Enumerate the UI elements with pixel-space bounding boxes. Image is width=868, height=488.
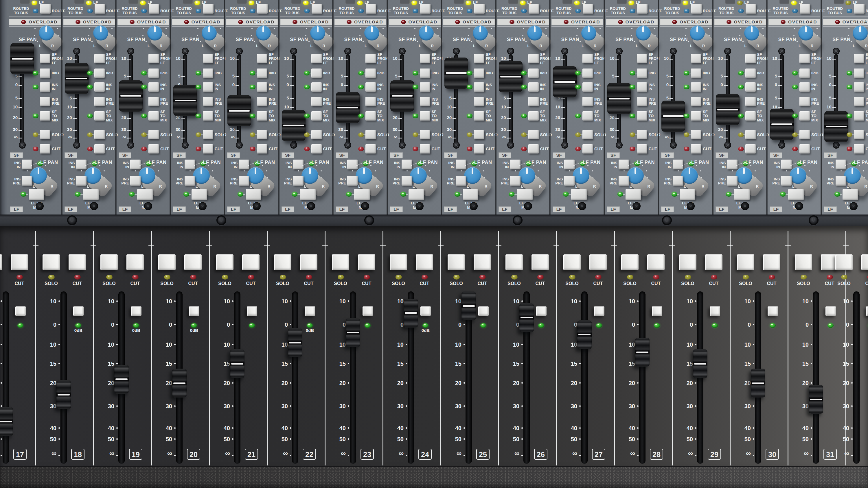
lf-ins-in-button[interactable]: [130, 160, 141, 169]
sf-fader-handle[interactable]: [716, 94, 740, 125]
ins-pre-button[interactable]: [474, 97, 484, 106]
strip-top-partial-button[interactable]: [508, 0, 518, 4]
sf-from-lf-button[interactable]: [799, 54, 810, 63]
route-button[interactable]: [474, 4, 485, 13]
route-button[interactable]: [854, 4, 865, 13]
0db-button[interactable]: [478, 306, 489, 316]
ins-pre-button[interactable]: [799, 97, 810, 106]
lf-ins-pre-button[interactable]: [239, 176, 249, 186]
cut-button[interactable]: [582, 144, 593, 154]
solo-button[interactable]: [100, 254, 118, 270]
cut-button[interactable]: [242, 254, 259, 270]
solo-button[interactable]: [332, 254, 349, 270]
strip-top-partial-button[interactable]: [400, 0, 410, 4]
ins-pre-button[interactable]: [420, 97, 430, 106]
strip-top-partial-button[interactable]: [345, 0, 355, 4]
solo-button[interactable]: [737, 254, 754, 270]
solo-button[interactable]: [691, 130, 701, 139]
0db-button[interactable]: [247, 306, 257, 316]
ins-in-button[interactable]: [40, 83, 50, 92]
route-button[interactable]: [257, 4, 268, 13]
sf-from-lf-button[interactable]: [420, 54, 430, 63]
strip-top-partial-button[interactable]: [291, 0, 301, 4]
lf-to-mix-button[interactable]: [408, 189, 424, 200]
0db-button[interactable]: [637, 68, 647, 78]
ins-pre-button[interactable]: [257, 97, 267, 106]
sf-to-mix-button[interactable]: [854, 111, 864, 121]
ins-pre-button[interactable]: [745, 97, 756, 106]
ins-in-button[interactable]: [637, 83, 647, 92]
solo-button[interactable]: [216, 254, 234, 270]
0db-button[interactable]: [365, 68, 376, 78]
route-button[interactable]: [800, 4, 810, 13]
lf-ins-in-button[interactable]: [239, 160, 249, 169]
lf-fader-handle[interactable]: [519, 303, 534, 332]
lf-fader-handle[interactable]: [693, 349, 707, 378]
sf-from-lf-button[interactable]: [745, 54, 756, 63]
ins-pre-button[interactable]: [691, 97, 701, 106]
lf-to-mix-button[interactable]: [137, 189, 153, 200]
solo-button[interactable]: [795, 254, 812, 270]
cut-button[interactable]: [799, 144, 810, 154]
route-button[interactable]: [691, 4, 702, 13]
route-button[interactable]: [95, 4, 105, 13]
cut-button[interactable]: [531, 254, 549, 270]
lf-ins-pre-button[interactable]: [293, 176, 304, 186]
route-button[interactable]: [149, 4, 159, 13]
sf-fader-handle[interactable]: [336, 92, 360, 123]
sf-from-lf-button[interactable]: [257, 54, 267, 63]
ins-in-button[interactable]: [799, 83, 810, 92]
lf-ins-pre-button[interactable]: [510, 176, 521, 186]
0db-button[interactable]: [710, 306, 720, 316]
0db-button[interactable]: [745, 68, 756, 78]
solo-button[interactable]: [637, 130, 647, 139]
cut-button[interactable]: [40, 144, 50, 154]
solo-button[interactable]: [799, 130, 810, 139]
strip-top-partial-button[interactable]: [454, 0, 464, 4]
sf-fader-handle[interactable]: [282, 110, 306, 141]
ins-in-button[interactable]: [365, 83, 376, 92]
sf-fader-handle[interactable]: [770, 109, 794, 140]
cut-button[interactable]: [257, 144, 267, 154]
0db-button[interactable]: [311, 68, 322, 78]
ins-in-button[interactable]: [94, 83, 105, 92]
0db-button[interactable]: [866, 306, 868, 316]
lf-fader-handle[interactable]: [172, 368, 187, 397]
lf-to-mix-button[interactable]: [29, 189, 44, 200]
sf-fader-handle[interactable]: [499, 61, 523, 92]
lf-to-mix-button[interactable]: [354, 189, 370, 200]
sf-from-lf-button[interactable]: [365, 54, 376, 63]
solo-button[interactable]: [582, 130, 593, 139]
0db-button[interactable]: [536, 306, 547, 316]
sf-to-mix-button[interactable]: [365, 111, 376, 121]
cut-button[interactable]: [474, 144, 484, 154]
lf-ins-in-button[interactable]: [510, 160, 521, 169]
cut-button[interactable]: [705, 254, 722, 270]
sf-fader-handle[interactable]: [444, 58, 468, 89]
strip-top-partial-button[interactable]: [237, 0, 247, 4]
lf-ins-in-button[interactable]: [347, 160, 358, 169]
lf-ins-pre-button[interactable]: [130, 176, 141, 186]
lf-ins-in-button[interactable]: [564, 160, 575, 169]
solo-button[interactable]: [390, 254, 407, 270]
lf-to-mix-button[interactable]: [191, 189, 207, 200]
0db-button[interactable]: [691, 68, 701, 78]
sf-from-lf-button[interactable]: [582, 54, 593, 63]
ins-in-button[interactable]: [691, 83, 701, 92]
cut-button[interactable]: [854, 144, 864, 154]
route-button[interactable]: [746, 4, 756, 13]
cut-button[interactable]: [861, 254, 868, 270]
lf-fader-handle[interactable]: [404, 299, 418, 328]
lf-to-mix-button[interactable]: [571, 189, 587, 200]
lf-ins-pre-button[interactable]: [781, 176, 792, 186]
lf-to-mix-button[interactable]: [788, 189, 804, 200]
lf-ins-pre-button[interactable]: [619, 176, 629, 186]
route-button[interactable]: [40, 4, 51, 13]
sf-fader-handle[interactable]: [553, 66, 577, 97]
sf-from-lf-button[interactable]: [474, 54, 484, 63]
lf-fader-handle[interactable]: [0, 407, 13, 436]
solo-button[interactable]: [40, 130, 50, 139]
lf-ins-pre-button[interactable]: [727, 176, 738, 186]
lf-to-mix-button[interactable]: [734, 189, 750, 200]
sf-to-mix-button[interactable]: [637, 111, 647, 121]
